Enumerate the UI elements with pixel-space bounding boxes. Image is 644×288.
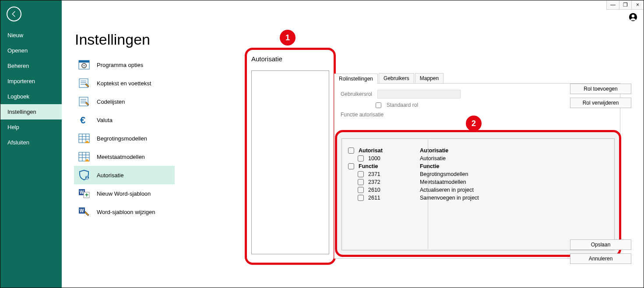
- sidebar-item-afsluiten[interactable]: Afsluiten: [0, 135, 62, 150]
- callout-badge-2: 2: [466, 116, 482, 131]
- callout-1-panel: Autorisatie: [245, 48, 336, 265]
- settings-item-label: Codelijsten: [97, 98, 125, 105]
- settings-item-label: Nieuw Word-sjabloon: [97, 190, 151, 197]
- window-minimize-button[interactable]: —: [607, 0, 619, 9]
- sidebar-item-logboek[interactable]: Logboek: [0, 89, 62, 104]
- grid-row[interactable]: 2372 Meetstaatmodellen: [348, 178, 608, 186]
- window-controls: — ❐ ×: [606, 0, 644, 10]
- gebruikersrol-input[interactable]: [377, 90, 461, 98]
- svg-rect-10: [79, 97, 88, 106]
- settings-item-programma-opties[interactable]: Programma opties: [74, 56, 175, 74]
- standaard-rol-label: Standaard rol: [387, 102, 418, 108]
- window-close-button[interactable]: ×: [631, 0, 644, 9]
- measurement-model-icon: [77, 151, 91, 162]
- svg-point-28: [87, 176, 88, 178]
- role-actions: Rol toevoegen Rol verwijderen: [570, 84, 631, 108]
- sidebar-item-help[interactable]: Help: [0, 119, 62, 135]
- grid-cell-code: 1000: [368, 155, 420, 162]
- grid-checkbox[interactable]: [358, 187, 364, 193]
- codelist-icon: [77, 96, 91, 107]
- settings-item-koptekst-voettekst[interactable]: Koptekst en voettekst: [74, 74, 175, 92]
- header-footer-icon: [77, 77, 91, 89]
- grid-checkbox[interactable]: [348, 163, 354, 169]
- grid-header-desc: Functie: [420, 163, 439, 169]
- backstage-sidebar: Nieuw Openen Beheren Importeren Logboek …: [0, 0, 62, 288]
- standaard-rol-checkbox[interactable]: [376, 102, 381, 108]
- grid-row[interactable]: 2610 Actualiseren in project: [348, 186, 608, 194]
- tab-rolinstellingen[interactable]: Rolinstellingen: [334, 74, 378, 84]
- svg-rect-6: [79, 79, 88, 88]
- cancel-button[interactable]: Annuleren: [570, 253, 631, 264]
- remove-role-button[interactable]: Rol verwijderen: [570, 98, 631, 108]
- sidebar-item-beheren[interactable]: Beheren: [0, 58, 62, 74]
- grid-cell-desc: Autorisatie: [420, 155, 446, 162]
- save-button[interactable]: Opslaan: [570, 239, 631, 250]
- sidebar-item-nieuw[interactable]: Nieuw: [0, 28, 62, 43]
- window-maximize-button[interactable]: ❐: [619, 0, 631, 9]
- word-edit-icon: W: [77, 206, 91, 218]
- grid-row[interactable]: 2611 Samenvoegen in project: [348, 194, 608, 202]
- grid-group-header[interactable]: Autorisat Autorisatie: [348, 147, 608, 155]
- sidebar-item-openen[interactable]: Openen: [0, 43, 62, 58]
- sidebar-item-instellingen[interactable]: Instellingen: [0, 104, 62, 119]
- main-area: Instellingen Programma opties Koptekst e…: [62, 0, 644, 288]
- euro-icon: €: [77, 114, 91, 126]
- settings-item-label: Word-sjabloon wijzigen: [97, 209, 155, 215]
- tab-gebruikers[interactable]: Gebruikers: [379, 73, 414, 83]
- settings-item-label: Koptekst en voettekst: [97, 80, 151, 87]
- shield-icon: [77, 169, 91, 181]
- settings-item-word-sjabloon-wijzigen[interactable]: W Word-sjabloon wijzigen: [74, 203, 175, 221]
- settings-item-begrotingsmodellen[interactable]: Begrotingsmodellen: [74, 129, 175, 148]
- grid-checkbox[interactable]: [358, 179, 364, 185]
- grid-row[interactable]: 2371 Begrotingsmodellen: [348, 170, 608, 178]
- word-new-icon: W+: [77, 188, 91, 199]
- settings-item-valuta[interactable]: € Valuta: [74, 111, 175, 129]
- gear-icon: [77, 59, 91, 70]
- grid-checkbox[interactable]: [358, 195, 364, 201]
- detail-tabs: Rolinstellingen Gebruikers Mappen: [334, 73, 620, 84]
- add-role-button[interactable]: Rol toevoegen: [570, 84, 631, 94]
- settings-item-label: Autorisatie: [97, 172, 123, 179]
- page-title: Instellingen: [62, 0, 644, 54]
- form-actions: Opslaan Annuleren: [570, 239, 631, 264]
- svg-text:€: €: [80, 115, 85, 125]
- svg-rect-3: [79, 60, 89, 63]
- back-button[interactable]: [7, 7, 21, 21]
- grid-cell-code: 2610: [368, 187, 420, 193]
- settings-item-nieuw-word-sjabloon[interactable]: W+ Nieuw Word-sjabloon: [74, 184, 175, 203]
- grid-cell-code: 2371: [368, 171, 420, 177]
- gebruikersrol-label: Gebruikersrol: [341, 91, 372, 97]
- grid-checkbox[interactable]: [348, 148, 354, 154]
- functie-autorisatie-grid[interactable]: Autorisat Autorisatie 1000 Autorisatie F…: [341, 138, 615, 250]
- callout-2-panel: Autorisat Autorisatie 1000 Autorisatie F…: [335, 130, 621, 257]
- autorisatie-role-listbox[interactable]: [251, 70, 329, 254]
- settings-category-list: Programma opties Koptekst en voettekst C…: [74, 56, 175, 221]
- grid-checkbox[interactable]: [358, 171, 364, 177]
- settings-item-label: Valuta: [97, 117, 113, 123]
- grid-cell-desc: Begrotingsmodellen: [420, 171, 468, 177]
- grid-cell-code: 2372: [368, 179, 420, 185]
- sidebar-item-importeren[interactable]: Importeren: [0, 74, 62, 89]
- autorisatie-list-title: Autorisatie: [251, 55, 329, 63]
- grid-column-divider: [428, 139, 428, 249]
- grid-checkbox[interactable]: [358, 155, 364, 162]
- svg-point-1: [632, 14, 635, 18]
- grid-header-code: Functie: [359, 163, 420, 169]
- callout-badge-1: 1: [280, 30, 296, 46]
- grid-cell-code: 2611: [368, 195, 420, 201]
- settings-item-codelijsten[interactable]: Codelijsten: [74, 92, 175, 111]
- settings-item-label: Meetstaatmodellen: [97, 154, 145, 160]
- grid-row[interactable]: 1000 Autorisatie: [348, 155, 608, 162]
- settings-item-meetstaatmodellen[interactable]: Meetstaatmodellen: [74, 148, 175, 166]
- budget-model-icon: [77, 133, 91, 144]
- svg-text:+: +: [85, 191, 88, 198]
- grid-cell-desc: Meetstaatmodellen: [420, 179, 466, 185]
- grid-group-header[interactable]: Functie Functie: [348, 162, 608, 170]
- tab-mappen[interactable]: Mappen: [415, 73, 443, 83]
- svg-text:W: W: [80, 208, 84, 213]
- user-account-icon[interactable]: [629, 13, 637, 23]
- grid-header-code: Autorisat: [359, 148, 420, 154]
- settings-item-autorisatie[interactable]: Autorisatie: [74, 166, 175, 184]
- settings-item-label: Programma opties: [97, 62, 143, 68]
- settings-item-label: Begrotingsmodellen: [97, 135, 147, 142]
